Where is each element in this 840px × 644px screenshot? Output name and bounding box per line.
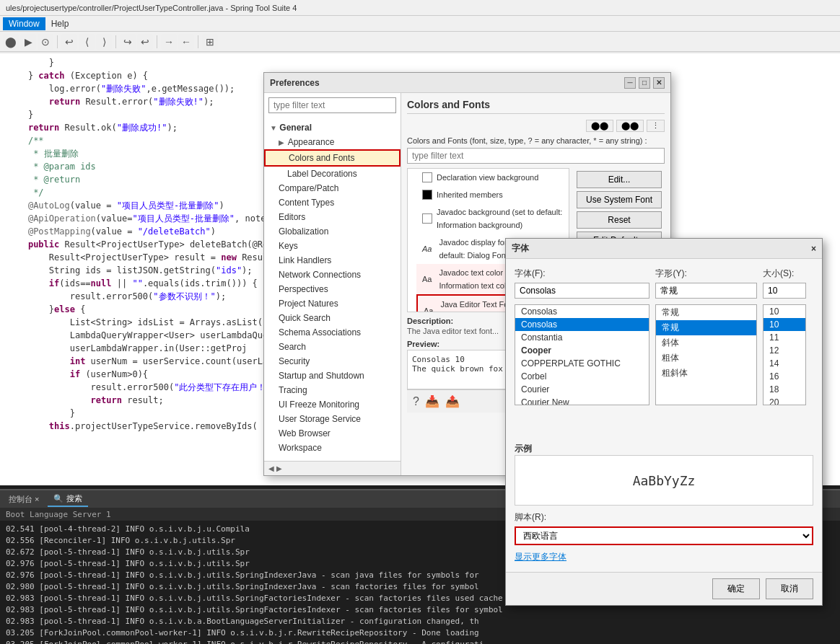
console-line: 02.983 [pool-5-thread-1] INFO o.s.i.v.b.… [6, 616, 834, 627]
toolbar-btn-9[interactable]: → [161, 34, 177, 50]
font-confirm-btn[interactable]: 确定 [712, 578, 760, 599]
pref-close-btn[interactable]: ✕ [653, 77, 665, 89]
tree-item-network[interactable]: Network Connections [264, 268, 401, 282]
font-style-input[interactable] [655, 283, 757, 299]
tree-item-search[interactable]: Search [264, 340, 401, 354]
font-list-item-copperplate[interactable]: COPPERPLATE GOTHIC [515, 357, 649, 370]
size-item-12[interactable]: 12 [764, 344, 805, 357]
tree-item-quick-search[interactable]: Quick Search [264, 311, 401, 325]
toolbar-sep-3 [157, 35, 157, 48]
tree-item-project-natures[interactable]: Project Natures [264, 296, 401, 311]
color-item-decl-bg[interactable]: Declaration view background [416, 169, 569, 186]
menu-window[interactable]: Window [3, 17, 45, 30]
size-item-18[interactable]: 18 [764, 383, 805, 396]
use-system-font-button[interactable]: Use System Font [577, 191, 662, 208]
size-item-10-2[interactable]: 10 [764, 318, 805, 331]
tree-item-general[interactable]: ▼ General [264, 120, 401, 135]
style-item-regular-1[interactable]: 常规 [656, 305, 756, 320]
toolbar-btn-external[interactable]: ⊞ [202, 34, 218, 50]
tree-item-web-browser[interactable]: Web Browser [264, 426, 401, 441]
tree-item-label-decorations[interactable]: Label Decorations [264, 167, 401, 181]
tree-item-tracing[interactable]: Tracing [264, 383, 401, 397]
tree-item-ui-freeze[interactable]: UI Freeze Monitoring [264, 397, 401, 412]
style-item-bold-italic[interactable]: 粗斜体 [656, 366, 756, 381]
console-tab-console[interactable]: 控制台 × [3, 493, 45, 506]
size-item-16[interactable]: 16 [764, 370, 805, 383]
tree-item-colors-fonts[interactable]: Colors and Fonts [264, 149, 401, 167]
style-item-bold[interactable]: 粗体 [656, 350, 756, 366]
pref-nav-fwd[interactable]: ⬤⬤ [616, 120, 644, 132]
tree-item-compare[interactable]: Compare/Patch [264, 181, 401, 195]
toolbar-btn-2[interactable]: ▶ [20, 34, 36, 50]
tree-item-appearance[interactable]: ▶ Appearance [264, 135, 401, 149]
font-list-item-courier[interactable]: Courier [515, 383, 649, 396]
font-style-list[interactable]: 常规 常规 斜体 粗体 粗斜体 [655, 304, 757, 405]
pref-filter-input[interactable] [407, 148, 665, 164]
tree-item-keys[interactable]: Keys [264, 239, 401, 253]
tree-item-globalization[interactable]: Globalization [264, 224, 401, 239]
pref-tree[interactable]: ▼ General ▶ Appearance Colors and Fonts … [264, 118, 401, 461]
font-list-item-corbel[interactable]: Corbel [515, 370, 649, 383]
tree-item-schema[interactable]: Schema Associations [264, 325, 401, 340]
size-item-10-1[interactable]: 10 [764, 305, 805, 318]
tree-item-link-handlers[interactable]: Link Handlers [264, 253, 401, 268]
font-title: 字体 [512, 242, 529, 255]
toolbar-btn-5[interactable]: ⟨ [79, 34, 95, 50]
console-line: 03.205 [ForkJoinPool.commonPool-worker-1… [6, 627, 834, 639]
console-line: 02.983 [pool-5-thread-1] INFO o.s.i.v.b.… [6, 604, 834, 616]
toolbar-btn-10[interactable]: ← [178, 34, 194, 50]
pref-left-footer: ◀ ▶ [264, 461, 401, 475]
reset-button[interactable]: Reset [577, 211, 662, 229]
font-script-select[interactable]: 西欧语言 [515, 526, 813, 545]
font-name-list[interactable]: Consolas Consolas Constantia Cooper COPP… [515, 304, 649, 405]
edit-button[interactable]: Edit... [577, 171, 662, 188]
font-size-list[interactable]: 10 10 11 12 14 16 18 20 [763, 304, 806, 405]
tree-item-editors[interactable]: Editors [264, 210, 401, 224]
console-tab-search[interactable]: 🔍 搜索 [48, 492, 87, 507]
tree-item-startup[interactable]: Startup and Shutdown [264, 369, 401, 383]
font-list-item-constantia[interactable]: Constantia [515, 331, 649, 344]
toolbar-btn-7[interactable]: ↪ [120, 34, 136, 50]
menu-help[interactable]: Help [45, 17, 75, 30]
pref-help-btn[interactable]: ? [413, 395, 419, 408]
font-list-item-cooper[interactable]: Cooper [515, 344, 649, 357]
toolbar-btn-6[interactable]: ⟩ [96, 34, 112, 50]
tree-item-user-storage[interactable]: User Storage Service [264, 412, 401, 426]
pref-export-btn[interactable]: 📤 [445, 394, 460, 408]
pref-nav-more[interactable]: ⋮ [647, 120, 665, 132]
font-size-input[interactable] [763, 283, 806, 299]
font-cancel-btn[interactable]: 取消 [766, 578, 813, 599]
tree-arrow-general: ▼ [270, 124, 277, 132]
tree-item-workspace[interactable]: Workspace [264, 441, 401, 455]
pref-minimize-btn[interactable]: ─ [624, 77, 636, 89]
code-line: } [0, 56, 840, 69]
tree-item-content-types[interactable]: Content Types [264, 195, 401, 210]
pref-search-input[interactable] [268, 97, 396, 113]
font-list-item-consolas-1[interactable]: Consolas [515, 305, 649, 318]
font-list-item-consolas-2[interactable]: Consolas [515, 318, 649, 331]
toolbar-btn-8[interactable]: ↩ [137, 34, 153, 50]
color-swatch [422, 172, 432, 182]
font-name-input[interactable] [515, 283, 649, 299]
pref-nav-back[interactable]: ⬤⬤ [586, 120, 613, 132]
left-panel-hint: ◀ ▶ [268, 464, 282, 472]
font-more-link[interactable]: 显示更多字体 [515, 552, 566, 562]
toolbar-btn-1[interactable]: ⬤ [3, 34, 19, 50]
font-list-item-courier-new[interactable]: Courier New [515, 396, 649, 405]
style-item-italic[interactable]: 斜体 [656, 335, 756, 350]
pref-import-btn[interactable]: 📥 [425, 394, 439, 408]
font-script-section: 脚本(R): 西欧语言 [515, 511, 813, 545]
toolbar-btn-3[interactable]: ⊙ [38, 34, 53, 50]
style-item-regular-2[interactable]: 常规 [656, 320, 756, 335]
size-item-14[interactable]: 14 [764, 357, 805, 370]
size-item-11[interactable]: 11 [764, 331, 805, 344]
font-close-btn[interactable]: × [811, 244, 816, 254]
size-item-20[interactable]: 20 [764, 396, 805, 405]
pref-maximize-btn[interactable]: □ [639, 77, 650, 89]
tree-item-security[interactable]: Security [264, 354, 401, 369]
toolbar-btn-4[interactable]: ↩ [61, 34, 77, 50]
tree-item-perspectives[interactable]: Perspectives [264, 282, 401, 296]
color-item-javadoc-bg[interactable]: Javadoc background (set to default: Info… [416, 203, 569, 234]
font-inputs-row: 字体(F): 字形(Y): 大小(S): [515, 268, 813, 299]
color-item-inherited[interactable]: Inherited members [416, 186, 569, 203]
